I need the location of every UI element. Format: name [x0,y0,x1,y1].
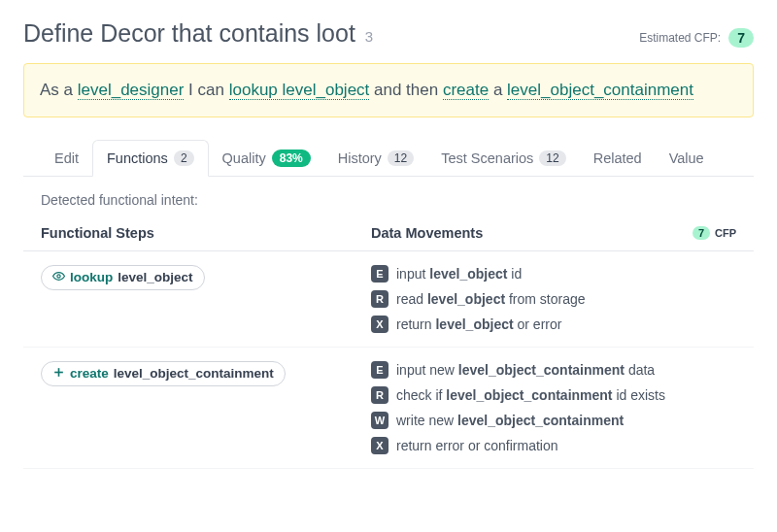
data-movement: Rcheck if level_object_containment id ex… [371,386,736,404]
step-pill[interactable]: create level_object_containment [41,361,286,386]
story-actor-link[interactable]: level_designer [78,81,185,100]
tab-test-scenarios[interactable]: Test Scenarios 12 [427,141,579,176]
detected-intent-label: Detected functional intent: [41,192,754,208]
step-object: level_object_containment [114,366,274,381]
movement-type-badge: E [371,361,388,379]
data-movement: Einput level_object id [371,265,736,283]
movement-text: input level_object id [396,266,522,282]
step-pill[interactable]: lookup level_object [41,265,205,290]
movement-text: check if level_object_containment id exi… [396,387,665,403]
cfp-badge: 7 [693,226,710,240]
data-movement: Einput new level_object_containment data [371,361,736,379]
tab-history[interactable]: History 12 [324,141,427,176]
data-movement: Rread level_object from storage [371,290,736,308]
est-cfp-value: 7 [728,28,754,48]
story-action-link[interactable]: lookup level_object [229,81,370,100]
tab-label: Value [669,150,704,166]
tab-label: Related [593,150,642,166]
movement-type-badge: W [371,412,388,429]
movements-cell: Einput new level_object_containment data… [371,361,736,454]
data-movement: Wwrite new level_object_containment [371,412,736,429]
tab-label: History [338,150,382,166]
eye-icon [52,270,65,285]
movement-text: return error or confirmation [396,438,558,453]
tab-count-badge: 2 [174,150,194,166]
page-title: Define Decor that contains loot [23,19,355,48]
tab-label: Edit [54,150,79,166]
movements-cell: Einput level_object idRread level_object… [371,265,736,333]
step-cell: create level_object_containment [41,361,371,386]
story-text: and then [369,81,443,99]
step-verb: create [70,366,109,381]
table-header: Functional Steps Data Movements 7 CFP [23,225,754,251]
movement-text: input new level_object_containment data [396,362,655,378]
tab-label: Quality [222,150,266,166]
story-text: a [489,81,507,99]
step-object: level_object [118,270,192,284]
plus-icon [52,366,65,382]
data-movement: Xreturn level_object or error [371,316,736,333]
movement-text: write new level_object_containment [396,413,624,428]
user-story-box: As a level_designer I can lookup level_o… [23,63,754,117]
functional-step-row: create level_object_containmentEinput ne… [23,348,754,469]
data-movement: Xreturn error or confirmation [371,437,736,454]
functional-step-row: lookup level_objectEinput level_object i… [23,251,754,348]
movement-type-badge: E [371,265,388,283]
cfp-label: CFP [715,227,736,239]
svg-point-0 [57,274,60,277]
tab-edit[interactable]: Edit [41,141,92,176]
story-text: As a [40,81,78,99]
tab-quality[interactable]: Quality 83% [209,140,324,177]
tab-label: Test Scenarios [441,150,533,166]
movement-type-badge: R [371,386,388,404]
tab-related[interactable]: Related [580,141,656,176]
estimated-cfp: Estimated CFP: 7 [639,28,754,48]
step-cell: lookup level_object [41,265,371,290]
title-index: 3 [365,28,373,45]
movement-type-badge: X [371,437,388,454]
story-action-link[interactable]: create [443,81,489,100]
tab-bar: Edit Functions 2 Quality 83% History 12 … [23,139,754,177]
col-header-movements: Data Movements [371,225,693,241]
tab-count-badge: 12 [539,150,565,166]
movement-text: read level_object from storage [396,291,586,307]
story-text: I can [184,81,228,99]
step-verb: lookup [70,270,113,284]
tab-label: Functions [107,150,168,166]
page-header: Define Decor that contains loot 3 Estima… [23,19,754,48]
movement-text: return level_object or error [396,316,561,332]
col-header-steps: Functional Steps [41,225,371,241]
quality-percent-badge: 83% [272,150,311,167]
tab-count-badge: 12 [388,150,414,166]
col-header-cfp: 7 CFP [693,225,736,241]
est-cfp-label: Estimated CFP: [639,31,721,45]
tab-functions[interactable]: Functions 2 [92,140,209,177]
movement-type-badge: X [371,316,388,333]
movement-type-badge: R [371,290,388,308]
tab-value[interactable]: Value [656,141,718,176]
story-object-link[interactable]: level_object_containment [507,81,693,100]
